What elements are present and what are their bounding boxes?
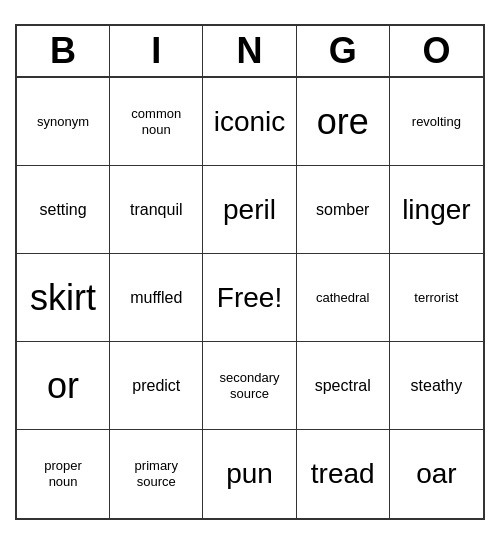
cell-text-r2-c2: Free! — [217, 281, 282, 315]
cell-r4-c0: propernoun — [17, 430, 110, 518]
cell-text-r4-c3: tread — [311, 457, 375, 491]
cell-r2-c0: skirt — [17, 254, 110, 342]
cell-text-r2-c0: skirt — [30, 276, 96, 319]
cell-r3-c0: or — [17, 342, 110, 430]
header-letter-n: N — [203, 26, 296, 76]
cell-r1-c4: linger — [390, 166, 483, 254]
cell-text-r0-c1: commonnoun — [131, 106, 181, 137]
cell-text-r4-c4: oar — [416, 457, 456, 491]
cell-r0-c0: synonym — [17, 78, 110, 166]
cell-text-r1-c2: peril — [223, 193, 276, 227]
cell-r2-c1: muffled — [110, 254, 203, 342]
cell-r2-c3: cathedral — [297, 254, 390, 342]
cell-r3-c2: secondarysource — [203, 342, 296, 430]
cell-r1-c0: setting — [17, 166, 110, 254]
cell-r0-c2: iconic — [203, 78, 296, 166]
cell-text-r3-c4: steathy — [411, 376, 463, 395]
header-letter-g: G — [297, 26, 390, 76]
cell-text-r0-c4: revolting — [412, 114, 461, 130]
cell-text-r1-c0: setting — [40, 200, 87, 219]
cell-r0-c3: ore — [297, 78, 390, 166]
cell-r0-c1: commonnoun — [110, 78, 203, 166]
cell-r4-c3: tread — [297, 430, 390, 518]
bingo-card: BINGO synonymcommonnouniconicorerevoltin… — [15, 24, 485, 520]
cell-r3-c1: predict — [110, 342, 203, 430]
bingo-grid: synonymcommonnouniconicorerevoltingsetti… — [17, 78, 483, 518]
cell-r1-c2: peril — [203, 166, 296, 254]
header-letter-b: B — [17, 26, 110, 76]
cell-r0-c4: revolting — [390, 78, 483, 166]
header-letter-o: O — [390, 26, 483, 76]
cell-text-r0-c3: ore — [317, 100, 369, 143]
cell-text-r1-c3: somber — [316, 200, 369, 219]
cell-text-r1-c4: linger — [402, 193, 470, 227]
cell-text-r4-c0: propernoun — [44, 458, 82, 489]
bingo-header: BINGO — [17, 26, 483, 78]
cell-r4-c2: pun — [203, 430, 296, 518]
cell-r4-c1: primarysource — [110, 430, 203, 518]
cell-r1-c3: somber — [297, 166, 390, 254]
cell-text-r2-c1: muffled — [130, 288, 182, 307]
cell-text-r0-c2: iconic — [214, 105, 286, 139]
cell-text-r0-c0: synonym — [37, 114, 89, 130]
cell-text-r1-c1: tranquil — [130, 200, 182, 219]
cell-text-r2-c4: terrorist — [414, 290, 458, 306]
cell-r3-c3: spectral — [297, 342, 390, 430]
header-letter-i: I — [110, 26, 203, 76]
cell-text-r3-c3: spectral — [315, 376, 371, 395]
cell-r2-c2: Free! — [203, 254, 296, 342]
cell-text-r3-c1: predict — [132, 376, 180, 395]
cell-text-r4-c2: pun — [226, 457, 273, 491]
cell-r4-c4: oar — [390, 430, 483, 518]
cell-text-r2-c3: cathedral — [316, 290, 369, 306]
cell-r2-c4: terrorist — [390, 254, 483, 342]
cell-text-r4-c1: primarysource — [135, 458, 178, 489]
cell-r1-c1: tranquil — [110, 166, 203, 254]
cell-text-r3-c2: secondarysource — [220, 370, 280, 401]
cell-r3-c4: steathy — [390, 342, 483, 430]
cell-text-r3-c0: or — [47, 364, 79, 407]
